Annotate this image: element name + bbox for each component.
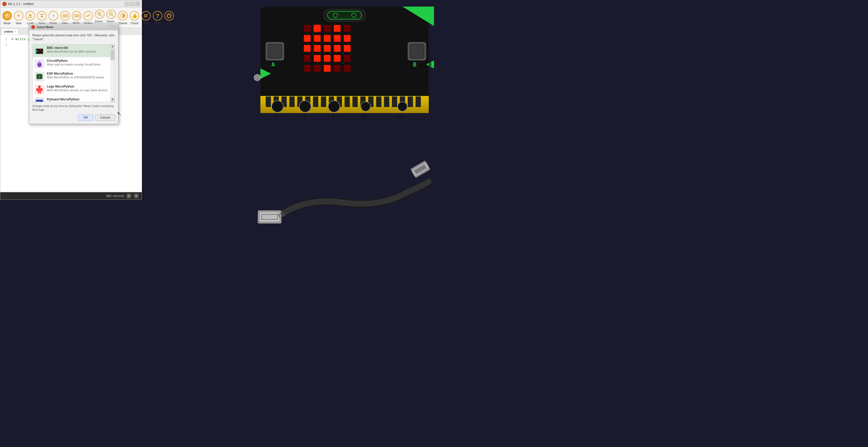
- svg-text:1: 1: [303, 114, 306, 119]
- svg-point-139: [361, 102, 370, 111]
- toolbar-btn-help[interactable]: ? Help: [152, 9, 163, 27]
- svg-rect-92: [324, 45, 331, 52]
- svg-rect-2: [28, 17, 32, 18]
- mode-info-pyboard: Pyboard MicroPython Use MicroPython on t…: [47, 98, 108, 102]
- close-button[interactable]: ✕: [135, 2, 140, 6]
- mode-icon-circuitpython: [35, 59, 44, 68]
- mode-icon-pyboard: [35, 98, 44, 102]
- tidy-label: Tidy: [143, 22, 149, 25]
- file-tab[interactable]: untitled ×: [1, 29, 19, 34]
- dialog-buttons: OK Cancel: [32, 115, 115, 122]
- toolbar-btn-check[interactable]: 👍 Check: [129, 9, 140, 27]
- svg-rect-53: [38, 88, 41, 92]
- mode-desc-esp-micropython: Write MicroPython on ESP8266/ESP32 board…: [47, 76, 108, 79]
- mode-list[interactable]: BBC micro:bit Write MicroPython for the …: [33, 44, 115, 102]
- tab-close-button[interactable]: ×: [14, 30, 16, 33]
- svg-rect-106: [268, 44, 282, 58]
- usb-cable-illustration: [250, 145, 434, 224]
- svg-rect-56: [38, 92, 39, 94]
- scroll-down-button[interactable]: ▼: [111, 98, 115, 102]
- mode-desc-pyboard: Use MicroPython on the Pyboard line of b…: [47, 101, 108, 102]
- mode-info-esp-micropython: ESP MicroPython Write MicroPython on ESP…: [47, 72, 108, 79]
- svg-text:B: B: [429, 62, 432, 67]
- scroll-track: [111, 49, 115, 98]
- svg-marker-3: [29, 14, 32, 16]
- status-gear1-button[interactable]: ⚙: [126, 194, 131, 198]
- mode-name-pyboard: Pyboard MicroPython: [47, 98, 108, 102]
- mode-info-bbc-microbit: BBC micro:bit Write MicroPython for the …: [47, 46, 108, 54]
- save-icon: [37, 11, 46, 21]
- toolbar-btn-tidy[interactable]: Tidy: [141, 9, 151, 27]
- svg-rect-28: [38, 51, 39, 52]
- tab-label: untitled: [4, 30, 13, 33]
- mode-name-circuitpython: CircuitPython: [47, 59, 108, 63]
- svg-text:0: 0: [275, 114, 278, 119]
- svg-text:3V: 3V: [362, 115, 367, 119]
- svg-rect-93: [334, 45, 341, 52]
- svg-point-1: [6, 15, 8, 17]
- svg-rect-116: [266, 96, 271, 107]
- svg-text:2: 2: [332, 114, 335, 119]
- flash-icon: [49, 11, 58, 21]
- mode-item-bbc-microbit[interactable]: BBC micro:bit Write MicroPython for the …: [33, 44, 111, 57]
- ok-button[interactable]: OK: [79, 115, 93, 121]
- new-label: New: [16, 22, 22, 25]
- maximize-button[interactable]: □: [130, 2, 134, 6]
- mode-info-lego-micropython: Lego MicroPython Write MicroPython direc…: [47, 85, 108, 92]
- status-mode-label: BBC micro:bit: [106, 194, 124, 197]
- cancel-button[interactable]: Cancel: [95, 115, 115, 121]
- mode-desc-bbc-microbit: Write MicroPython for the BBC micro:bit.: [47, 50, 108, 54]
- mode-item-circuitpython[interactable]: CircuitPython Write code for boards runn…: [33, 57, 111, 70]
- mode-icon-lego-micropython: [35, 85, 44, 94]
- mode-label: Mode: [3, 22, 11, 25]
- mode-icon-esp-micropython: [35, 72, 44, 81]
- mode-name-bbc-microbit: BBC micro:bit: [47, 46, 108, 50]
- svg-rect-91: [314, 45, 321, 52]
- svg-rect-96: [314, 55, 321, 62]
- toolbar-btn-theme[interactable]: Theme: [118, 9, 128, 27]
- toolbar-btn-quit[interactable]: Quit: [164, 9, 175, 27]
- mode-name-lego-micropython: Lego MicroPython: [47, 85, 108, 89]
- status-gear2-button[interactable]: ⚙: [134, 194, 138, 198]
- check-icon: 👍: [130, 11, 139, 21]
- dialog-titlebar: Select Mode ? ✕: [29, 24, 118, 30]
- status-bar: BBC micro:bit ⚙ ⚙: [0, 192, 142, 199]
- svg-rect-126: [345, 96, 350, 107]
- svg-point-140: [398, 102, 407, 111]
- theme-icon: [118, 11, 128, 21]
- mode-item-lego-micropython[interactable]: Lego MicroPython Write MicroPython direc…: [33, 83, 111, 96]
- files-icon: ⌨: [60, 11, 70, 21]
- svg-rect-97: [324, 55, 331, 62]
- zoom-out-icon: [106, 10, 116, 19]
- mode-item-esp-micropython[interactable]: ESP MicroPython Write MicroPython on ESP…: [33, 70, 111, 83]
- svg-rect-23: [38, 50, 39, 51]
- mode-name-esp-micropython: ESP MicroPython: [47, 72, 108, 76]
- minimize-button[interactable]: ─: [125, 2, 129, 6]
- scroll-up-button[interactable]: ▲: [111, 44, 115, 49]
- help-label: Help: [155, 22, 161, 25]
- toolbar-btn-new[interactable]: + New: [13, 9, 24, 27]
- window-controls: ─ □ ✕: [125, 2, 140, 6]
- mode-list-container: ▲ ▼: [32, 44, 115, 102]
- quit-label: Quit: [166, 22, 172, 25]
- svg-rect-103: [334, 65, 341, 72]
- plotter-icon: [83, 11, 93, 21]
- dialog-title-left: Select Mode: [31, 25, 53, 29]
- dialog-close-button[interactable]: ✕: [112, 25, 116, 29]
- mode-desc-circuitpython: Write code for boards running CircuitPyt…: [47, 63, 108, 66]
- mode-item-pyboard[interactable]: Pyboard MicroPython Use MicroPython on t…: [33, 96, 111, 102]
- scroll-thumb[interactable]: [111, 50, 115, 60]
- svg-rect-87: [324, 35, 331, 42]
- svg-rect-57: [40, 92, 41, 94]
- svg-rect-81: [314, 25, 321, 32]
- svg-rect-55: [41, 88, 42, 91]
- svg-rect-30: [40, 51, 41, 52]
- dialog-body: Please select the desired mode then clic…: [29, 30, 118, 124]
- svg-point-146: [254, 74, 260, 81]
- svg-rect-26: [41, 50, 42, 51]
- svg-rect-119: [289, 96, 294, 107]
- svg-marker-6: [52, 14, 55, 18]
- dialog-help-button[interactable]: ?: [107, 25, 111, 29]
- toolbar-btn-mode[interactable]: Mode: [2, 9, 12, 27]
- svg-text:GND: GND: [397, 115, 403, 119]
